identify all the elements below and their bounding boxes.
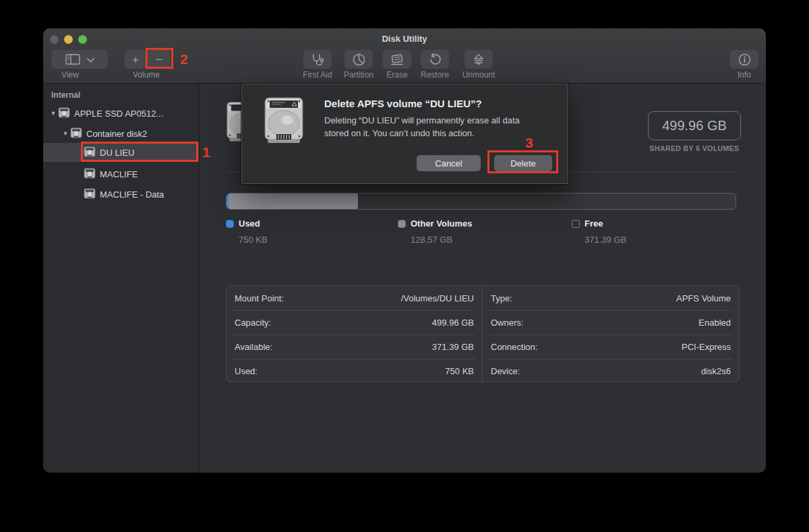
disk-icon (70, 127, 82, 140)
erase-button[interactable] (383, 50, 411, 69)
disk-icon (58, 107, 70, 120)
plus-icon: + (132, 54, 139, 65)
row-value: 371.39 GB (432, 342, 474, 352)
table-row: Capacity:499.96 GB (235, 310, 474, 334)
row-label: Capacity: (235, 318, 271, 328)
disk-utility-window: Disk Utility View + − Volume Fi (43, 28, 766, 473)
hard-drive-icon (262, 95, 305, 148)
row-value: APFS Volume (676, 293, 731, 303)
legend-used-label: Used (239, 218, 260, 229)
legend-free-label: Free (585, 218, 603, 229)
usage-bar-other-segment (229, 194, 358, 209)
cancel-button[interactable]: Cancel (417, 155, 481, 171)
volume-group-label: Volume (116, 70, 177, 80)
legend-other-volumes-value: 128.57 GB (411, 235, 452, 245)
annotation-box-step3 (487, 150, 558, 173)
screenshot-stage: Disk Utility View + − Volume Fi (0, 0, 809, 532)
undo-arrow-icon (429, 53, 442, 66)
pie-chart-icon (353, 53, 365, 66)
partition-button[interactable] (344, 50, 373, 69)
sidebar-item-container-disk2[interactable]: ▼ Container disk2 (43, 124, 199, 143)
annotation-number-2: 2 (180, 51, 188, 67)
table-row: Connection:PCI-Express (491, 334, 731, 359)
legend-other-volumes-label: Other Volumes (411, 218, 473, 229)
dialog-message: Deleting “DU LIEU” will permanently eras… (324, 114, 520, 140)
stethoscope-icon (311, 53, 324, 65)
details-left-column: Mount Point:/Volumes/DU LIEU Capacity:49… (227, 286, 483, 382)
other-volumes-swatch-icon (398, 220, 406, 228)
volume-details-table: Mount Point:/Volumes/DU LIEU Capacity:49… (226, 285, 740, 382)
row-value: 499.96 GB (432, 318, 474, 328)
shared-by-label: SHARED BY 6 VOLUMES (648, 144, 741, 152)
row-label: Available: (235, 342, 272, 352)
table-row: Type:APFS Volume (491, 286, 731, 310)
sidebar-item-label: MACLIFE - Data (100, 189, 164, 200)
table-row: Device:disk2s6 (491, 359, 731, 383)
sidebar-item-maclife-data[interactable]: MACLIFE - Data (43, 185, 199, 204)
add-volume-button[interactable]: + (125, 50, 146, 69)
disk-icon (84, 168, 96, 181)
info-button[interactable] (730, 50, 758, 69)
annotation-box-step1 (81, 142, 198, 162)
row-value: disk2s6 (701, 366, 731, 376)
chevron-down-icon (87, 55, 94, 65)
window-title: Disk Utility (43, 34, 766, 44)
free-swatch-icon (572, 220, 580, 228)
legend-used: Used (226, 218, 260, 229)
sidebar-layout-icon (65, 54, 80, 65)
legend-free-value: 371.39 GB (585, 235, 626, 245)
row-label: Owners: (491, 318, 523, 328)
info-icon (738, 53, 751, 66)
annotation-number-1: 1 (202, 144, 210, 160)
sidebar-item-label: Container disk2 (86, 129, 147, 139)
disk-icon (84, 188, 96, 201)
usage-bar (226, 193, 736, 210)
annotation-number-3: 3 (525, 135, 533, 151)
sidebar-section-internal: Internal (51, 90, 80, 100)
sidebar-item-label: MACLIFE (100, 169, 138, 179)
disclosure-triangle-icon[interactable]: ▼ (61, 130, 70, 137)
unmount-label: Unmount (448, 70, 509, 80)
table-row: Mount Point:/Volumes/DU LIEU (235, 286, 474, 310)
info-label: Info (714, 70, 766, 80)
view-button[interactable] (51, 50, 108, 69)
table-row: Owners:Enabled (491, 310, 731, 334)
row-label: Mount Point: (235, 293, 284, 303)
used-swatch-icon (226, 220, 234, 228)
row-label: Device: (491, 366, 520, 376)
unmount-button[interactable] (465, 50, 493, 69)
sidebar-item-apple-ssd[interactable]: ▼ APPLE SSD AP0512... (43, 104, 199, 123)
legend-used-value: 750 KB (239, 235, 268, 245)
restore-button[interactable] (421, 50, 449, 69)
row-value: 750 KB (445, 366, 474, 376)
row-label: Connection: (491, 342, 537, 352)
capacity-badge: 499.96 GB (648, 111, 741, 140)
annotation-box-step2 (146, 48, 173, 69)
view-button-label: View (43, 70, 100, 80)
dialog-message-line2: stored on it. You can’t undo this action… (324, 127, 520, 140)
row-label: Type: (491, 293, 512, 303)
eject-icon (473, 54, 484, 65)
row-value: PCI-Express (682, 342, 731, 352)
eraser-icon (390, 54, 404, 65)
row-value: /Volumes/DU LIEU (401, 293, 474, 303)
table-row: Available:371.39 GB (235, 334, 474, 359)
sidebar-item-label: APPLE SSD AP0512... (74, 109, 163, 119)
dialog-title: Delete APFS volume “DU LIEU”? (324, 98, 482, 109)
row-value: Enabled (698, 318, 731, 328)
dialog-message-line1: Deleting “DU LIEU” will permanently eras… (324, 114, 520, 127)
row-label: Used: (235, 366, 258, 376)
legend-free: Free (572, 218, 603, 229)
first-aid-button[interactable] (303, 50, 332, 69)
table-row: Used:750 KB (235, 359, 474, 383)
disclosure-triangle-icon[interactable]: ▼ (49, 110, 58, 117)
legend-other-volumes: Other Volumes (398, 218, 473, 229)
details-right-column: Type:APFS Volume Owners:Enabled Connecti… (483, 286, 739, 382)
sidebar-item-maclife[interactable]: MACLIFE (43, 165, 199, 183)
